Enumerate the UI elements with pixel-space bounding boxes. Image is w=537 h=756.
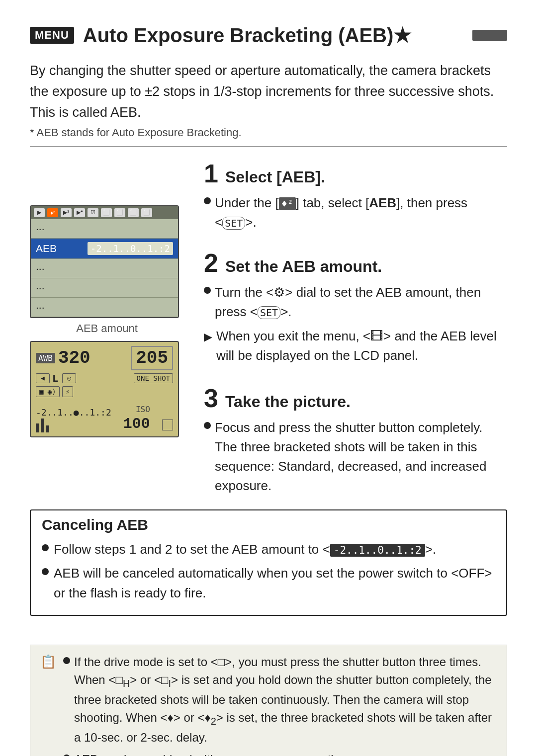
canceling-box: Canceling AEB Follow steps 1 and 2 to se… [30,509,507,616]
step-1-title: Select [AEB]. [225,168,325,186]
cancel-bullet-1: Follow steps 1 and 2 to set the AEB amou… [42,539,495,559]
cancel-text-1: Follow steps 1 and 2 to set the AEB amou… [54,539,436,559]
lcd-icon-7: ⬜ [114,208,125,217]
note-dot-1 [63,657,70,664]
step-1: 1 Select [AEB]. Under the [♦²] tab, sele… [204,161,507,232]
step-3-title: Take the picture. [225,393,351,411]
note-item-1: If the drive mode is set to <□>, you mus… [63,653,497,747]
lcd-frame-icon [162,420,173,430]
lcd-icon-3: ▶³ [61,208,72,217]
bullet-dot-3 [204,422,211,429]
lcd-mode: ONE SHOT [134,373,173,383]
cancel-dot-2 [42,568,49,575]
lcd-row-3: ··· [31,259,178,278]
step-3-header: 3 Take the picture. [204,385,507,418]
lcd-icon-8: ⬜ [128,208,139,217]
note-box: 📋 If the drive mode is set to <□>, you m… [30,645,507,756]
note-icon: 📋 [40,654,56,756]
bullet-dot-2 [204,287,211,294]
lcd-aeb-indicator: -2..1..●..1.:2 [36,407,111,418]
step-2-bullet-text-1: Turn the <⚙> dial to set the AEB amount,… [215,283,507,322]
lcd-menu-topbar: ▶ ♦² ▶³ ▶⁴ ☑ ⬜ ⬜ ⬜ ⬜ [31,206,178,219]
step-1-header: 1 Select [AEB]. [204,161,507,193]
menu-badge: MENU [30,27,74,44]
lcd-row-5: ··· [31,298,178,317]
step-2-bullet-2: ▶ When you exit the menu, <🎞> and the AE… [204,327,507,365]
divider [30,146,507,147]
lcd-iso-label: ISO [136,405,150,414]
canceling-title: Canceling AEB [42,516,495,533]
step-2-header: 2 Set the AEB amount. [204,250,507,283]
lcd-icon-1: ▶ [34,208,45,217]
step-2-number: 2 [204,250,218,276]
step-2-title: Set the AEB amount. [225,257,382,276]
lcd-icon-5: ☑ [88,208,98,217]
lcd-icon-2: ♦² [47,208,58,217]
lcd-aperture: 205 [131,346,173,370]
lcd-menu-caption: AEB amount [30,322,184,335]
lcd-mid-row: ◀ L ◎ ONE SHOT [36,372,173,384]
lcd-iso-value: 100 [123,416,150,432]
page-title: Auto Exposure Bracketing (AEB)★ [83,24,463,47]
step-3-bullet-1: Focus and press the shutter button compl… [204,418,507,496]
lcd-row-4: ··· [31,278,178,298]
lcd-icon-4: ▶⁴ [74,208,85,217]
step-1-bullet-text-1: Under the [♦²] tab, select [AEB], then p… [215,193,507,232]
lcd-size: L [52,372,58,384]
step-3-number: 3 [204,385,218,411]
note-item-2: AEB can be combined with exposure compen… [63,751,497,756]
lcd-size-icon: ◀ [36,373,50,383]
lcd-row-label-1: ··· [36,223,45,235]
step-3: 3 Take the picture. Focus and press the … [204,385,507,496]
lcd-icon-9: ⬜ [141,208,152,217]
lcd-flash-icon: ⚡ [62,386,73,397]
cancel-dot-1 [42,544,49,551]
lcd-bottom-row: -2..1..●..1.:2 ISO 100 [36,399,173,432]
steps-1-2-section: ▶ ♦² ▶³ ▶⁴ ☑ ⬜ ⬜ ⬜ ⬜ ··· AEB -2..1..0..1… [30,161,507,501]
step-2-bullet-text-2: When you exit the menu, <🎞> and the AEB … [216,327,507,365]
lcd-menu-screen: ▶ ♦² ▶³ ▶⁴ ☑ ⬜ ⬜ ⬜ ⬜ ··· AEB -2..1..0..1… [30,205,179,318]
lcd-meter-icon: ◎ [62,373,76,383]
lcd-aeb-label: AEB [36,243,57,254]
lcd-icon-6: ⬜ [101,208,112,217]
canceling-section: Canceling AEB Follow steps 1 and 2 to se… [30,509,507,630]
lcd-top-row: AWB 320 205 [36,346,173,370]
title-bar: MENU Auto Exposure Bracketing (AEB)★ [30,24,507,47]
lcd-display-screen: AWB 320 205 ◀ L ◎ ONE SHOT ▣ ◉) ⚡ -2..1.… [30,341,179,437]
lcd-bar-2 [41,419,44,432]
note-text-1: If the drive mode is set to <□>, you mus… [74,653,497,747]
intro-paragraph: By changing the shutter speed or apertur… [30,61,507,123]
lcd-awb: AWB [36,353,55,363]
footnote: * AEB stands for Auto Exposure Bracketin… [30,126,507,139]
note-content: If the drive mode is set to <□>, you mus… [63,653,497,756]
arrow-icon-1: ▶ [204,329,212,345]
lcd-row-label-3: ··· [36,262,45,274]
lcd-drive-icon: ▣ ◉) [36,386,60,397]
note-text-2: AEB can be combined with exposure compen… [74,751,350,756]
lcd-aeb-scale: -2..1..0..1.:2 [88,242,173,255]
step-3-bullet-text-1: Focus and press the shutter button compl… [215,418,507,496]
steps-right: 1 Select [AEB]. Under the [♦²] tab, sele… [204,161,507,501]
title-decoration [472,30,507,41]
lcd-bar-3 [46,425,49,432]
step-1-number: 1 [204,161,218,186]
step-2-bullet-1: Turn the <⚙> dial to set the AEB amount,… [204,283,507,322]
lcd-menu-area: ▶ ♦² ▶³ ▶⁴ ☑ ⬜ ⬜ ⬜ ⬜ ··· AEB -2..1..0..1… [30,161,184,501]
lcd-bar-1 [36,423,39,432]
step-2: 2 Set the AEB amount. Turn the <⚙> dial … [204,250,507,365]
lcd-shutter: 320 [58,348,90,368]
cancel-bullet-2: AEB will be canceled automatically when … [42,563,495,603]
lcd-row-aeb: AEB -2..1..0..1.:2 [31,239,178,259]
lcd-row-label-5: ··· [36,301,45,313]
cancel-text-2: AEB will be canceled automatically when … [54,563,495,603]
bullet-dot-1 [204,197,211,204]
step-1-bullet-1: Under the [♦²] tab, select [AEB], then p… [204,193,507,232]
lcd-drive-row: ▣ ◉) ⚡ [36,386,173,397]
lcd-row-1: ··· [31,219,178,239]
lcd-row-label-4: ··· [36,282,45,294]
